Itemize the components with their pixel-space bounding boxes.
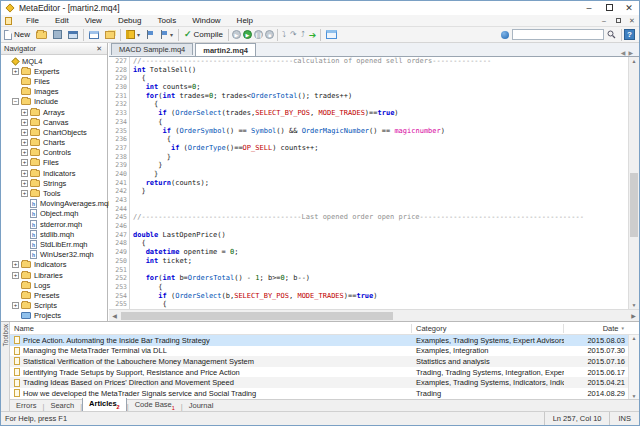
tree-item-chartobjects[interactable]: +ChartObjects (1, 127, 107, 137)
expand-icon[interactable]: + (12, 261, 19, 268)
search-input[interactable] (512, 29, 604, 40)
open-terminal-button[interactable] (323, 28, 340, 42)
table-row[interactable]: Price Action. Automating the Inside Bar … (10, 335, 639, 346)
collapse-icon[interactable]: − (12, 98, 19, 105)
goto-line-icon[interactable]: ➔ (307, 30, 319, 40)
menu-file[interactable]: File (18, 16, 47, 25)
menu-help[interactable]: Help (229, 16, 261, 25)
file-tab-macd-sample-mq4[interactable]: MACD Sample.mq4 (111, 43, 193, 55)
menu-window[interactable]: Window (184, 16, 228, 25)
tree-item-images[interactable]: Images (1, 87, 107, 97)
tab-scroll-arrows[interactable]: ◀▶ (621, 49, 639, 56)
column-header-category[interactable]: Category (412, 324, 564, 333)
editor-horizontal-scrollbar[interactable]: ◀ ▶ (109, 309, 639, 321)
compile-button[interactable]: ✓ Compile (181, 28, 226, 42)
open-button[interactable] (33, 28, 50, 42)
step-into-icon[interactable]: ⤵ (280, 30, 288, 40)
debug-pause-button[interactable]: ❙❙ (254, 30, 263, 39)
table-row[interactable]: How we developed the MetaTrader Signals … (10, 388, 639, 399)
tree-item-charts[interactable]: +Charts (1, 138, 107, 148)
tree-item-arrays[interactable]: +Arrays (1, 107, 107, 117)
tree-item-controls[interactable]: +Controls (1, 148, 107, 158)
scrollbar-thumb[interactable] (121, 312, 393, 320)
tree-item-projects[interactable]: Projects (1, 311, 107, 321)
menu-edit[interactable]: Edit (47, 16, 77, 25)
toolbox-grip[interactable]: Toolbox (1, 322, 10, 411)
scroll-up-icon[interactable]: ▲ (629, 335, 639, 341)
table-row[interactable]: Identifying Trade Setups by Support, Res… (10, 367, 639, 378)
navigator-close-icon[interactable]: ✕ (94, 44, 104, 54)
search-scope-icon[interactable] (501, 31, 509, 39)
breakpoint-button[interactable] (143, 28, 157, 42)
column-header-date[interactable]: Date ▼ (564, 324, 628, 333)
scrollbar-thumb[interactable] (630, 173, 638, 237)
tree-item-stderror-mqh[interactable]: hstderror.mqh (1, 219, 107, 229)
step-out-icon[interactable]: ⤴ (299, 30, 307, 40)
editor-vertical-scrollbar[interactable]: ▲ ▼ (628, 57, 639, 309)
tree-item-indicators[interactable]: +Indicators (1, 260, 107, 270)
tree-item-stdliberr-mqh[interactable]: hStdLibErr.mqh (1, 239, 107, 249)
expand-icon[interactable]: + (12, 272, 19, 279)
table-row[interactable]: Statistical Verification of the Labouche… (10, 356, 639, 367)
tree-item-canvas[interactable]: +Canvas (1, 117, 107, 127)
expand-icon[interactable]: + (21, 190, 28, 197)
menu-view[interactable]: View (77, 16, 110, 25)
table-row[interactable]: Trading Ideas Based on Prices' Direction… (10, 377, 639, 388)
expand-icon[interactable]: + (21, 149, 28, 156)
maximize-button[interactable] (599, 2, 619, 15)
expand-icon[interactable]: + (12, 302, 19, 309)
expand-icon[interactable]: + (21, 170, 28, 177)
toggle-navigator-button[interactable] (86, 28, 102, 42)
menu-tools[interactable]: Tools (149, 16, 184, 25)
close-button[interactable]: ✕ (619, 2, 639, 15)
table-row[interactable]: Managing the MetaTrader Terminal via DLL… (10, 346, 639, 357)
new-button[interactable]: New (1, 28, 33, 42)
help-button[interactable]: ? (624, 29, 635, 40)
expand-icon[interactable]: + (12, 68, 19, 75)
debug-stop-button[interactable]: ■ (265, 30, 274, 39)
debug-start-button[interactable]: ▶ (243, 30, 252, 39)
file-tab-martin2-mq4[interactable]: martin2.mq4 (195, 43, 256, 56)
tree-item-indicators[interactable]: +Indicators (1, 168, 107, 178)
mdi-restore-button[interactable] (611, 15, 625, 26)
scroll-right-icon[interactable]: ▶ (628, 312, 639, 319)
tree-item-stdlib-mqh[interactable]: hstdlib.mqh (1, 229, 107, 239)
tree-item-scripts[interactable]: +Scripts (1, 301, 107, 311)
expand-icon[interactable]: + (21, 139, 28, 146)
tree-item-mql4[interactable]: MQL4 (1, 56, 107, 66)
tree-item-libraries[interactable]: +Libraries (1, 270, 107, 280)
dictionary-button[interactable]: ▾ (123, 28, 143, 42)
tree-item-logs[interactable]: Logs (1, 280, 107, 290)
menu-debug[interactable]: Debug (110, 16, 150, 25)
column-header-name[interactable]: Name (10, 324, 412, 333)
tree-item-experts[interactable]: +Experts (1, 66, 107, 76)
table-scrollbar[interactable]: ▲ ▼ (628, 335, 639, 399)
scroll-down-icon[interactable]: ▼ (629, 302, 639, 308)
expand-icon[interactable]: + (21, 109, 28, 116)
breakpoint-list-button[interactable]: ▾ (157, 28, 176, 42)
debug-disabled-button[interactable]: ▶ (232, 30, 241, 39)
styler-button[interactable] (65, 28, 81, 42)
tree-item-object-mqh[interactable]: hObject.mqh (1, 209, 107, 219)
save-button[interactable] (50, 28, 65, 42)
step-over-icon[interactable]: ↷ (288, 30, 299, 40)
expand-icon[interactable]: + (21, 129, 28, 136)
expand-icon[interactable]: + (21, 119, 28, 126)
mdi-minimize-button[interactable]: – (597, 15, 611, 26)
expand-icon[interactable]: + (21, 159, 28, 166)
search-icon[interactable] (607, 30, 616, 39)
scroll-left-icon[interactable]: ◀ (109, 312, 120, 319)
toggle-toolbox-button[interactable] (102, 28, 118, 42)
expand-icon[interactable]: + (21, 180, 28, 187)
scroll-up-icon[interactable]: ▲ (629, 58, 639, 64)
code-content[interactable]: //------------------------------------ca… (130, 57, 639, 309)
tree-item-tools[interactable]: +Tools (1, 188, 107, 198)
code-editor[interactable]: 2272282292302312322332342352362372382392… (109, 57, 639, 309)
tree-item-winuser32-mqh[interactable]: hWinUser32.mqh (1, 250, 107, 260)
tree-item-files[interactable]: Files (1, 76, 107, 86)
tree-item-include[interactable]: −Include (1, 97, 107, 107)
mdi-close-button[interactable]: ✕ (625, 15, 639, 26)
tree-item-presets[interactable]: Presets (1, 290, 107, 300)
tree-item-strings[interactable]: +Strings (1, 178, 107, 188)
tree-item-files[interactable]: +Files (1, 158, 107, 168)
